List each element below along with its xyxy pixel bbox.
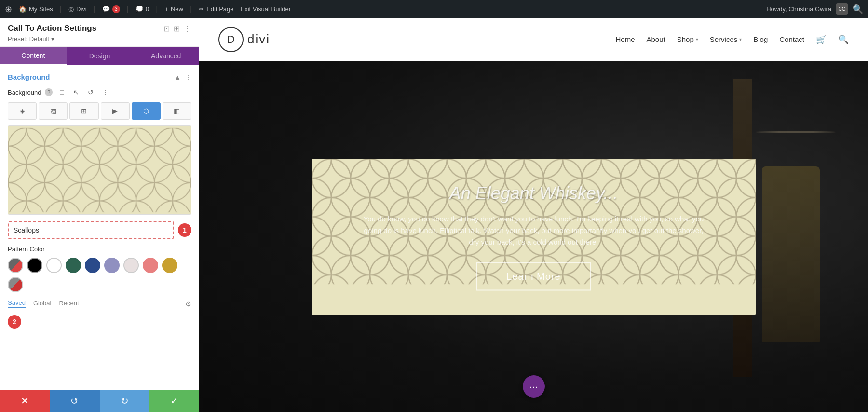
collapse-icon[interactable]: ▲ [174, 73, 181, 81]
bg-type-gradient[interactable]: ▨ [39, 102, 68, 120]
logo-letter: D [227, 33, 235, 46]
section-title: Background [8, 73, 50, 81]
swatch-red[interactable] [8, 277, 23, 292]
pattern-dropdown-row: Scallops 1 [8, 221, 191, 239]
color-swatches [8, 258, 191, 292]
exit-vb-link[interactable]: Exit Visual Builder [241, 5, 291, 13]
confirm-button[interactable]: ✓ [149, 390, 199, 412]
bg-type-color[interactable]: ◈ [8, 102, 37, 120]
separator3: | [127, 5, 129, 14]
panel-title-row: Call To Action Settings ⊡ ⊞ ⋮ [8, 24, 191, 33]
new-link[interactable]: + New [164, 5, 183, 13]
fullscreen-icon[interactable]: ⊡ [163, 24, 170, 33]
my-sites-label: My Sites [29, 5, 53, 13]
cancel-button[interactable]: ✕ [0, 390, 50, 412]
color-settings-icon[interactable]: ⚙ [185, 300, 191, 308]
pattern-select[interactable]: Scallops [8, 221, 174, 239]
separator4: | [156, 5, 158, 14]
panel-bottom-actions: ✕ ↺ ↻ ✓ [0, 390, 199, 412]
cart-icon[interactable]: 🛒 [816, 34, 827, 45]
tab-content[interactable]: Content [0, 47, 67, 65]
tab-design[interactable]: Design [67, 47, 133, 65]
swatch-dark-green[interactable] [66, 258, 81, 273]
search-icon-nav[interactable]: 🔍 [838, 34, 849, 45]
cursor-icon[interactable]: ↖ [71, 87, 81, 97]
bg-type-image[interactable]: ⊞ [69, 102, 98, 120]
nav-home[interactable]: Home [615, 35, 635, 43]
swatch-lavender[interactable] [104, 258, 120, 273]
edit-page-label: Edit Page [206, 5, 233, 13]
comment-icon: 💬 [102, 5, 110, 13]
my-sites-link[interactable]: 🏠 My Sites [19, 5, 53, 13]
separator5: | [190, 5, 192, 14]
swatch-light[interactable] [123, 258, 139, 273]
preset-label: Preset: Default [8, 35, 49, 42]
more-icon[interactable]: ⋮ [184, 24, 191, 33]
swatch-dark-blue[interactable] [85, 258, 100, 273]
color-tab-saved[interactable]: Saved [8, 299, 26, 308]
undo-button[interactable]: ↺ [50, 390, 99, 412]
reset-icon[interactable]: ↺ [85, 87, 96, 97]
panel-title-icons: ⊡ ⊞ ⋮ [163, 24, 191, 33]
cta-button[interactable]: Learn More [476, 262, 590, 290]
user-avatar[interactable]: CG [836, 3, 848, 15]
bg-type-pattern[interactable]: ⬡ [132, 102, 161, 120]
step-badge-2: 2 [8, 315, 21, 329]
divi-icon: ◎ [68, 5, 74, 13]
tab-advanced[interactable]: Advanced [133, 47, 199, 65]
pattern-svg [8, 126, 191, 214]
panel-content: Background ▲ ⋮ Background ? □ ↖ ↺ ⋮ ◈ ▨ … [0, 65, 199, 390]
admin-bar-right: Howdy, Christina Gwira CG 🔍 [766, 3, 863, 15]
floating-fab[interactable]: ··· [523, 375, 545, 398]
layout-icon[interactable]: ⊞ [174, 24, 180, 33]
preset-row[interactable]: Preset: Default ▾ [8, 35, 191, 42]
bg-type-mask[interactable]: ◧ [163, 102, 191, 120]
main-area: Call To Action Settings ⊡ ⊞ ⋮ Preset: De… [0, 18, 868, 412]
comment-zero-link[interactable]: 💭 0 [136, 5, 149, 13]
search-icon-admin[interactable]: 🔍 [853, 4, 863, 14]
bg-type-row: ◈ ▨ ⊞ ▶ ⬡ ◧ [8, 102, 191, 120]
section-menu-icon[interactable]: ⋮ [185, 73, 191, 81]
admin-bar-left: ⊕ 🏠 My Sites | ◎ Divi | 💬 3 | 💭 0 | + Ne… [5, 4, 760, 14]
site-header: D divi Home About Shop ▾ Services ▾ Blog… [199, 18, 868, 61]
dropdown-badge: 1 [178, 223, 191, 237]
edit-page-link[interactable]: ✏ Edit Page [199, 5, 233, 13]
nav-services[interactable]: Services ▾ [710, 35, 742, 43]
svg-rect-6 [8, 128, 191, 212]
swatch-gold[interactable] [162, 258, 177, 273]
edit-icon: ✏ [199, 5, 204, 13]
bg-more-icon[interactable]: ⋮ [100, 87, 110, 97]
site-logo: D divi [218, 27, 270, 52]
wordpress-icon[interactable]: ⊕ [5, 4, 12, 14]
my-sites-icon: 🏠 [19, 5, 27, 13]
divi-link[interactable]: ◎ Divi [68, 5, 87, 13]
swatch-custom[interactable] [8, 258, 23, 273]
background-section-header: Background ▲ ⋮ [8, 73, 191, 81]
nav-blog[interactable]: Blog [753, 35, 768, 43]
redo-button[interactable]: ↻ [100, 390, 149, 412]
swatch-black[interactable] [27, 258, 42, 273]
pattern-color-label: Pattern Color [8, 246, 191, 253]
swatch-pink[interactable] [143, 258, 158, 273]
device-icon[interactable]: □ [56, 87, 67, 97]
nav-shop[interactable]: Shop ▾ [677, 35, 698, 43]
howdy-text: Howdy, Christina Gwira [766, 5, 831, 13]
preset-arrow: ▾ [51, 35, 54, 42]
bg-label-row: Background ? □ ↖ ↺ ⋮ [8, 87, 191, 97]
color-tab-global[interactable]: Global [33, 300, 52, 308]
help-icon[interactable]: ? [45, 88, 53, 96]
cta-box: An Elegant Whiskey... You do know, you d… [312, 159, 756, 315]
nav-contact[interactable]: Contact [779, 35, 804, 43]
color-tab-recent[interactable]: Recent [59, 300, 79, 308]
panel-header: Call To Action Settings ⊡ ⊞ ⋮ Preset: De… [0, 18, 199, 47]
swatch-white[interactable] [46, 258, 62, 273]
color-tabs: Saved Global Recent ⚙ [8, 299, 191, 308]
bg-type-video[interactable]: ▶ [101, 102, 130, 120]
comments-link[interactable]: 💬 3 [102, 5, 120, 13]
nav-about[interactable]: About [646, 35, 665, 43]
plus-icon: + [164, 5, 168, 13]
comment-count: 3 [112, 5, 120, 13]
left-panel: Call To Action Settings ⊡ ⊞ ⋮ Preset: De… [0, 18, 199, 412]
separator: | [60, 5, 62, 14]
cta-title: An Elegant Whiskey... [331, 183, 736, 203]
